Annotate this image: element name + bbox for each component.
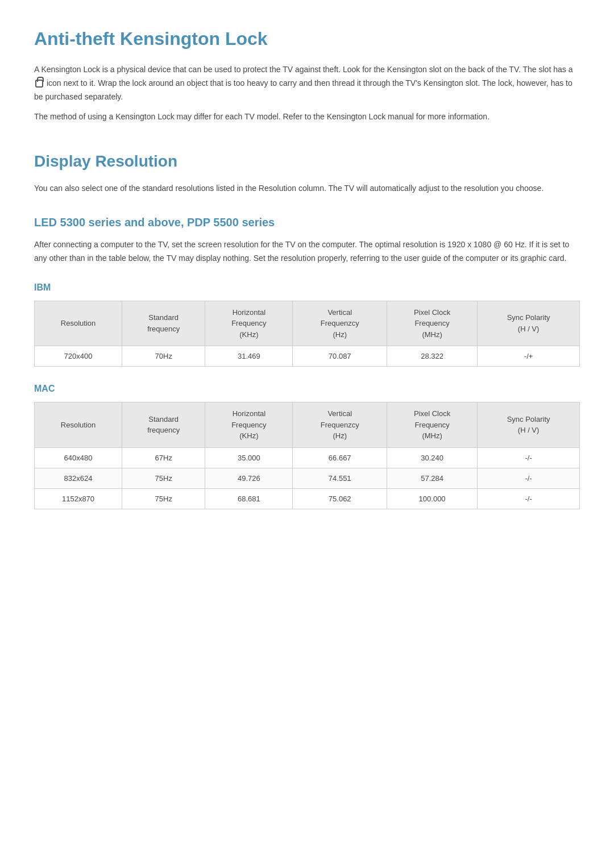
table-row: 640x480 67Hz 35.000 66.667 30.240 -/-: [35, 447, 580, 468]
mac-row2-pixel-clock: 57.284: [387, 468, 478, 488]
ibm-table-title: IBM: [34, 283, 580, 293]
ibm-row1-horiz-freq: 31.469: [205, 346, 293, 367]
mac-col-standard-freq: Standardfrequency: [122, 402, 205, 448]
mac-col-pixel-clock: Pixel ClockFrequency(MHz): [387, 402, 478, 448]
mac-row1-vert-freq: 66.667: [293, 447, 387, 468]
mac-col-resolution: Resolution: [35, 402, 122, 448]
mac-row3-resolution: 1152x870: [35, 488, 122, 509]
mac-row1-resolution: 640x480: [35, 447, 122, 468]
mac-row3-horiz-freq: 68.681: [205, 488, 293, 509]
anti-theft-title: Anti-theft Kensington Lock: [34, 28, 580, 49]
ibm-col-sync-polarity: Sync Polarity(H / V): [478, 301, 580, 346]
mac-col-sync-polarity: Sync Polarity(H / V): [478, 402, 580, 448]
ibm-col-pixel-clock: Pixel ClockFrequency(MHz): [387, 301, 478, 346]
mac-col-horiz-freq: HorizontalFrequency(KHz): [205, 402, 293, 448]
mac-row2-horiz-freq: 49.726: [205, 468, 293, 488]
mac-row3-std-freq: 75Hz: [122, 488, 205, 509]
ibm-row1-pixel-clock: 28.322: [387, 346, 478, 367]
ibm-row1-std-freq: 70Hz: [122, 346, 205, 367]
mac-table-title: MAC: [34, 384, 580, 394]
ibm-row1-vert-freq: 70.087: [293, 346, 387, 367]
mac-row2-vert-freq: 74.551: [293, 468, 387, 488]
display-resolution-intro: You can also select one of the standard …: [34, 182, 580, 196]
ibm-col-vert-freq: VerticalFrequenzcy(Hz): [293, 301, 387, 346]
mac-row3-sync-polarity: -/-: [478, 488, 580, 509]
mac-row1-pixel-clock: 30.240: [387, 447, 478, 468]
display-resolution-title: Display Resolution: [34, 152, 580, 171]
mac-row2-resolution: 832x624: [35, 468, 122, 488]
mac-row3-vert-freq: 75.062: [293, 488, 387, 509]
ibm-table: Resolution Standardfrequency HorizontalF…: [34, 301, 580, 367]
mac-col-vert-freq: VerticalFrequenzcy(Hz): [293, 402, 387, 448]
anti-theft-para-2: The method of using a Kensington Lock ma…: [34, 110, 580, 124]
mac-row3-pixel-clock: 100.000: [387, 488, 478, 509]
ibm-table-header: Resolution Standardfrequency HorizontalF…: [35, 301, 580, 346]
led-subsection-description: After connecting a computer to the TV, s…: [34, 238, 580, 265]
led-subsection-title: LED 5300 series and above, PDP 5500 seri…: [34, 216, 580, 229]
mac-table-header: Resolution Standardfrequency HorizontalF…: [35, 402, 580, 448]
mac-table: Resolution Standardfrequency HorizontalF…: [34, 402, 580, 509]
mac-row1-sync-polarity: -/-: [478, 447, 580, 468]
table-row: 720x400 70Hz 31.469 70.087 28.322 -/+: [35, 346, 580, 367]
table-row: 832x624 75Hz 49.726 74.551 57.284 -/-: [35, 468, 580, 488]
ibm-row1-sync-polarity: -/+: [478, 346, 580, 367]
ibm-col-resolution: Resolution: [35, 301, 122, 346]
mac-row1-std-freq: 67Hz: [122, 447, 205, 468]
ibm-row1-resolution: 720x400: [35, 346, 122, 367]
mac-row2-std-freq: 75Hz: [122, 468, 205, 488]
mac-row2-sync-polarity: -/-: [478, 468, 580, 488]
ibm-col-standard-freq: Standardfrequency: [122, 301, 205, 346]
anti-theft-para-1: A Kensington Lock is a physical device t…: [34, 63, 580, 103]
table-row: 1152x870 75Hz 68.681 75.062 100.000 -/-: [35, 488, 580, 509]
lock-icon: [35, 80, 43, 88]
mac-row1-horiz-freq: 35.000: [205, 447, 293, 468]
ibm-col-horiz-freq: HorizontalFrequency(KHz): [205, 301, 293, 346]
